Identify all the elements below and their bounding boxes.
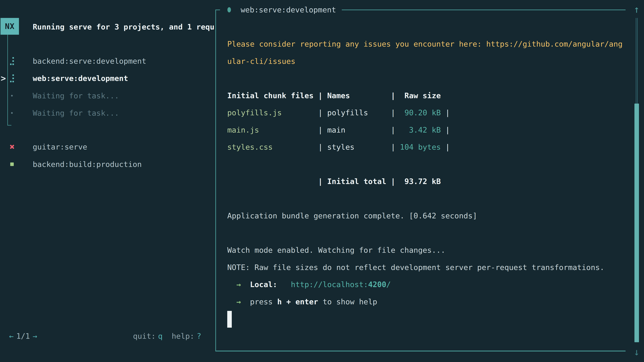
scrollbar-thumb[interactable]	[634, 104, 639, 342]
pager-next-icon[interactable]: →	[32, 332, 37, 341]
keyboard-shortcuts: quit:qhelp:?	[128, 328, 201, 345]
terminal-line	[227, 225, 633, 242]
error-cross-icon	[10, 144, 14, 149]
spinner-icon	[10, 74, 14, 82]
terminal-line	[227, 310, 633, 328]
panel-border-bottom	[215, 351, 626, 352]
selected-chevron-icon: >	[1, 74, 6, 83]
sidebar-title: Running serve for 3 projects, and 1 requ	[33, 18, 216, 35]
waiting-dot-icon	[11, 112, 13, 114]
task-label: Waiting for task...	[33, 91, 119, 100]
task-row[interactable]: guitar:serve	[0, 138, 215, 156]
nx-terminal-app: NX Running serve for 3 projects, and 1 r…	[0, 0, 644, 362]
task-row[interactable]: Waiting for task...	[0, 87, 215, 104]
success-square-icon	[10, 162, 14, 166]
terminal-line: ular-cli/issues	[227, 53, 633, 70]
task-row[interactable]: backend:serve:development	[0, 52, 215, 70]
pager-prev-icon[interactable]: ←	[9, 332, 14, 341]
quit-label: quit:	[133, 332, 156, 341]
panel-border-left	[215, 9, 216, 352]
task-group-bracket-foot	[8, 125, 12, 125]
terminal-line: Initial chunk files | Names | Raw size	[227, 87, 633, 104]
terminal-line	[227, 70, 633, 87]
pager-page-indicator: 1/1	[16, 332, 30, 341]
scroll-up-icon[interactable]: ↑	[632, 1, 642, 17]
quit-key: q	[158, 332, 162, 341]
task-label: Waiting for task...	[33, 109, 119, 117]
task-label: web:serve:development	[33, 74, 128, 83]
terminal-line: | Initial total | 93.72 kB	[227, 173, 633, 190]
help-label: help:	[172, 332, 194, 341]
scroll-down-icon[interactable]: ↓	[632, 344, 642, 360]
terminal-line: Please consider reporting any issues you…	[227, 35, 633, 53]
terminal-cursor	[227, 311, 232, 328]
terminal-line: polyfills.js | polyfills | 90.20 kB |	[227, 104, 633, 121]
task-label: backend:build:production	[33, 160, 142, 169]
task-row[interactable]: >web:serve:development	[0, 70, 215, 87]
terminal-line: → press h + enter to show help	[227, 293, 633, 311]
terminal-line: main.js | main | 3.42 kB |	[227, 121, 633, 139]
panel-title-text: web:serve:development	[241, 5, 336, 14]
status-dot-icon	[228, 7, 231, 12]
terminal-line	[227, 156, 633, 173]
task-label: backend:serve:development	[33, 56, 146, 65]
terminal-line	[227, 190, 633, 207]
pager: ←1/1→	[9, 328, 37, 345]
terminal-line: → Local: http://localhost:4200/	[227, 276, 633, 293]
task-row[interactable]: backend:build:production	[0, 156, 215, 173]
panel-title: web:serve:development	[220, 1, 342, 18]
spinner-icon	[10, 57, 14, 65]
terminal-line: styles.css | styles | 104 bytes |	[227, 139, 633, 156]
terminal-line: Watch mode enabled. Watching for file ch…	[227, 242, 633, 259]
task-label: guitar:serve	[33, 142, 87, 151]
nx-logo: NX	[0, 18, 19, 35]
terminal-line: Application bundle generation complete. …	[227, 207, 633, 225]
terminal-line: NOTE: Raw file sizes do not reflect deve…	[227, 259, 633, 276]
help-key: ?	[197, 332, 201, 341]
waiting-dot-icon	[11, 95, 13, 96]
terminal-output: Please consider reporting any issues you…	[227, 35, 633, 328]
task-row[interactable]: Waiting for task...	[0, 104, 215, 122]
